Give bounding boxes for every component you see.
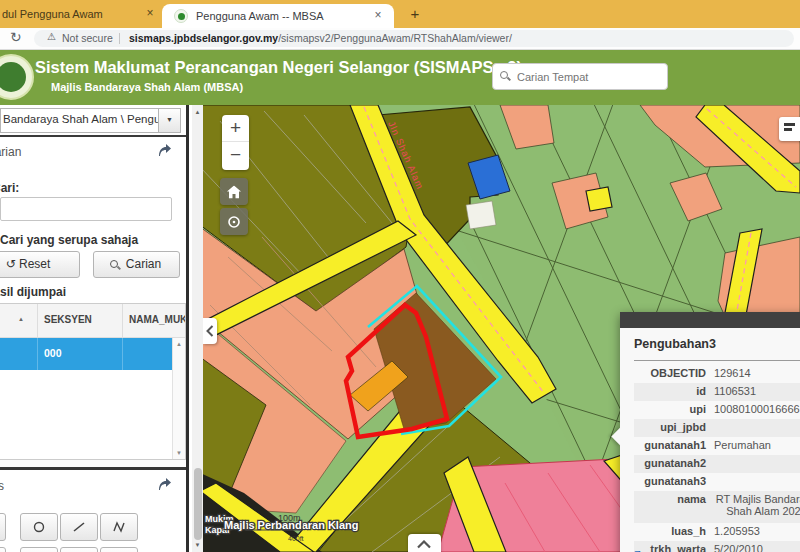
tab-close-icon[interactable]: × bbox=[142, 6, 158, 22]
draw-panel-title: Lukis bbox=[0, 479, 4, 493]
tab-pengguna-awam-mbsa[interactable]: Pengguna Awam -- MBSA × bbox=[162, 4, 394, 28]
draw-point-button[interactable] bbox=[0, 513, 6, 541]
chevron-down-icon[interactable]: ▼ bbox=[158, 109, 180, 132]
crosshair-icon bbox=[227, 215, 241, 229]
cell-seksyen: 000 bbox=[38, 338, 123, 370]
similar-only-label: Cari yang serupa sahaja bbox=[0, 233, 138, 247]
locate-button[interactable] bbox=[220, 208, 248, 235]
draw-button-row2[interactable] bbox=[60, 547, 98, 552]
draw-line-button[interactable] bbox=[60, 513, 98, 541]
circle-icon bbox=[33, 521, 45, 533]
scroll-down-icon[interactable]: ▼ bbox=[192, 542, 203, 548]
search-field-label: Cari: bbox=[0, 181, 19, 195]
search-button-label: Carian bbox=[126, 257, 161, 271]
column-header-nama-mukim[interactable]: NAMA_MUKIM bbox=[123, 304, 185, 337]
line-icon bbox=[72, 521, 86, 533]
draw-button-row2[interactable] bbox=[0, 547, 6, 552]
sidebar-scrollbar[interactable]: ▲ ▼ bbox=[192, 105, 203, 552]
screen: dul Pengguna Awam × Pengguna Awam -- MBS… bbox=[0, 0, 800, 552]
search-panel-header: Carian bbox=[0, 139, 186, 165]
popup-title: Pengubahan3 bbox=[634, 337, 716, 351]
mbsa-logo bbox=[0, 54, 34, 100]
place-search-box[interactable] bbox=[492, 63, 668, 90]
search-button[interactable]: Carian bbox=[93, 251, 180, 278]
draw-circle-button[interactable] bbox=[20, 513, 58, 541]
draw-panel-header: Lukis bbox=[0, 473, 186, 499]
results-table: ▲ SEKSYEN NAMA_MUKIM 000 ▲ ▼ bbox=[0, 303, 186, 460]
attribute-row: gunatanah2 bbox=[634, 455, 800, 473]
results-count-label: hasil dijumpai bbox=[0, 285, 66, 299]
tab-title: Pengguna Awam -- MBSA bbox=[196, 4, 324, 28]
layer-select[interactable]: Bandaraya Shah Alam \ Penguba ▼ bbox=[0, 108, 181, 133]
app-subtitle: Majlis Bandaraya Shah Alam (MBSA) bbox=[51, 81, 243, 93]
share-arrow-icon[interactable] bbox=[157, 143, 172, 160]
scale-feet: 400ft bbox=[288, 535, 304, 542]
map-canvas[interactable]: Jln Shah Alam Mukim Kapar Majlis Perband… bbox=[203, 105, 800, 552]
browser-tab-strip: dul Pengguna Awam × Pengguna Awam -- MBS… bbox=[0, 0, 800, 28]
search-icon bbox=[500, 71, 508, 79]
home-button[interactable] bbox=[220, 178, 248, 205]
zoom-out-button[interactable]: − bbox=[222, 142, 249, 169]
table-row-selected[interactable]: 000 bbox=[0, 338, 185, 370]
layer-select-value: Bandaraya Shah Alam \ Penguba bbox=[3, 113, 173, 125]
divider bbox=[119, 33, 120, 44]
zoom-in-button[interactable]: + bbox=[222, 115, 249, 142]
chevron-left-icon bbox=[206, 325, 214, 337]
attribute-list: OBJECTID129614 id1106531 upi100801000166… bbox=[634, 365, 800, 552]
search-icon bbox=[110, 260, 118, 268]
search-input[interactable] bbox=[0, 197, 172, 221]
chevron-up-icon bbox=[417, 540, 431, 549]
reset-button[interactable]: ↺ Reset bbox=[0, 251, 80, 278]
popup-title-bar[interactable]: × bbox=[620, 312, 800, 328]
attribute-row: upi10080100016666 bbox=[634, 401, 800, 419]
place-search-input[interactable] bbox=[517, 65, 662, 88]
scroll-up-icon[interactable]: ▲ bbox=[192, 109, 203, 115]
scrollbar-thumb[interactable] bbox=[194, 468, 202, 540]
feature-popup: × Pengubahan3 OBJECTID129614 id1106531 u… bbox=[620, 312, 800, 552]
tab-title: dul Pengguna Awam bbox=[2, 0, 103, 28]
app-title: Sistem Maklumat Perancangan Negeri Selan… bbox=[35, 58, 522, 77]
scroll-up-icon[interactable]: ▲ bbox=[173, 341, 185, 347]
sort-column-header[interactable]: ▲ bbox=[0, 304, 38, 337]
attribute-row: luas_h1.205953 bbox=[634, 523, 800, 541]
attribute-row: namaRT Majlis Bandaraya Shah Alam 2020 bbox=[634, 491, 800, 523]
page-url[interactable]: sismaps.jpbdselangor.gov.my/sismapsv2/Pe… bbox=[129, 32, 512, 44]
favicon-icon bbox=[174, 9, 188, 23]
draw-polyline-button[interactable] bbox=[100, 513, 138, 541]
address-bar[interactable]: ⚠ Not secure sismaps.jpbdselangor.gov.my… bbox=[34, 30, 794, 47]
search-panel-title: Carian bbox=[0, 145, 21, 159]
draw-button-row2[interactable] bbox=[20, 547, 58, 552]
attribute-table-toggle[interactable] bbox=[408, 534, 441, 552]
scale-meters: 100m bbox=[278, 513, 301, 523]
layers-button[interactable] bbox=[779, 117, 800, 141]
popup-body: Pengubahan3 OBJECTID129614 id1106531 upi… bbox=[620, 328, 800, 552]
security-label[interactable]: Not secure bbox=[62, 32, 113, 44]
results-table-header: ▲ SEKSYEN NAMA_MUKIM bbox=[0, 304, 185, 338]
column-header-seksyen[interactable]: SEKSYEN bbox=[38, 304, 123, 337]
new-tab-button[interactable]: + bbox=[404, 3, 426, 25]
attribute-row: gunatanah3 bbox=[634, 473, 800, 491]
app-header: Sistem Maklumat Perancangan Negeri Selan… bbox=[0, 50, 800, 105]
polyline-icon bbox=[112, 521, 126, 533]
not-secure-warning-icon: ⚠ bbox=[47, 31, 56, 42]
divider bbox=[0, 135, 189, 137]
sidebar-collapse-button[interactable] bbox=[203, 318, 217, 344]
sidebar: Bandaraya Shah Alam \ Penguba ▼ Carian C… bbox=[0, 105, 189, 552]
reload-icon[interactable]: ↻ bbox=[10, 29, 22, 45]
attribute-row: upi_jpbd bbox=[634, 419, 800, 437]
tab-modul-pengguna-awam[interactable]: dul Pengguna Awam × bbox=[0, 0, 160, 28]
divider bbox=[0, 467, 189, 470]
draw-button-row2[interactable] bbox=[100, 547, 138, 552]
scroll-down-icon[interactable]: ▼ bbox=[173, 450, 185, 456]
divider bbox=[634, 360, 800, 361]
zoom-control: + − bbox=[222, 115, 249, 170]
attribute-row: id1106531 bbox=[634, 383, 800, 401]
attribute-row: OBJECTID129614 bbox=[634, 365, 800, 383]
attribute-row: gunatanah1Perumahan bbox=[634, 437, 800, 455]
table-scrollbar[interactable]: ▲ ▼ bbox=[172, 338, 185, 459]
sort-asc-icon: ▲ bbox=[18, 316, 24, 322]
browser-toolbar: ↻ ⚠ Not secure sismaps.jpbdselangor.gov.… bbox=[0, 28, 800, 50]
tab-close-icon[interactable]: × bbox=[370, 8, 386, 24]
share-arrow-icon[interactable] bbox=[157, 477, 172, 494]
home-icon bbox=[227, 185, 241, 198]
